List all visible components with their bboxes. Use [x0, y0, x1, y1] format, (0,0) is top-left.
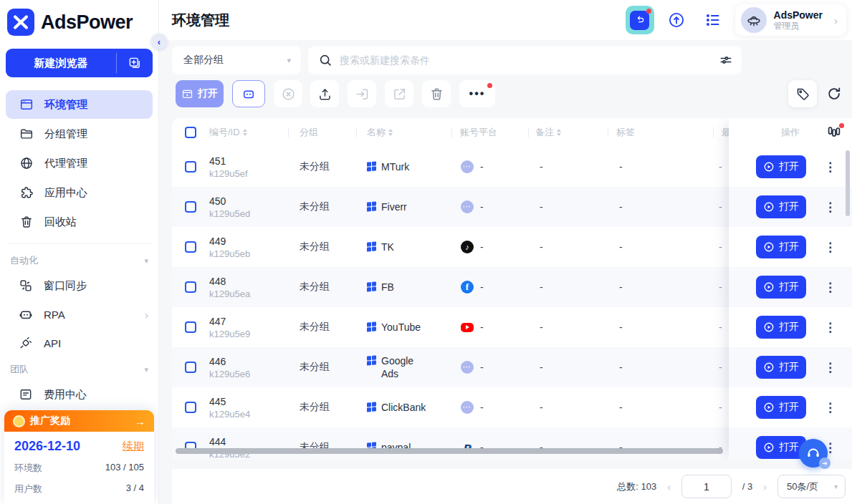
column-settings-icon[interactable]: [825, 124, 843, 141]
new-browser-label: 新建浏览器: [6, 49, 116, 77]
open-profile-button[interactable]: 打开: [756, 236, 806, 258]
open-profile-button[interactable]: 打开: [756, 396, 806, 419]
new-browser-button[interactable]: 新建浏览器: [6, 49, 153, 77]
horizontal-scrollbar[interactable]: [176, 448, 723, 454]
upload-icon: [317, 87, 332, 102]
row-more-icon[interactable]: ⋮: [824, 362, 836, 374]
column-header-group[interactable]: 分组: [288, 118, 356, 147]
row-more-icon[interactable]: ⋮: [824, 161, 836, 173]
row-checkbox[interactable]: [185, 321, 196, 333]
page-size-select[interactable]: 50条/页 ▾: [777, 475, 846, 498]
vertical-scrollbar[interactable]: [846, 150, 850, 216]
profile-group: 未分组: [288, 200, 356, 213]
section-automation[interactable]: 自动化 ▾: [0, 248, 158, 271]
promo-banner[interactable]: 推广奖励 →: [4, 410, 154, 432]
row-checkbox[interactable]: [185, 402, 196, 413]
action-row: 打开 ⋮: [729, 267, 852, 307]
profile-tag: -: [608, 201, 713, 213]
open-profile-button[interactable]: 打开: [756, 316, 806, 339]
page-number-input[interactable]: [681, 475, 732, 498]
row-more-icon[interactable]: ⋮: [824, 321, 836, 334]
profile-name: Fiverr: [381, 200, 407, 213]
sidebar-item-proxies[interactable]: 代理管理: [6, 149, 153, 178]
sidebar-item-environment[interactable]: 环境管理: [6, 90, 153, 119]
sidebar: AdsPower 新建浏览器 环境管理 分组管理 代理管理 应用中心 回收站: [0, 0, 159, 504]
notification-dot: [839, 123, 844, 128]
row-checkbox[interactable]: [185, 161, 196, 173]
bulk-close-button[interactable]: [274, 80, 302, 107]
row-more-icon[interactable]: ⋮: [824, 402, 836, 414]
support-button[interactable]: ➜: [799, 439, 828, 467]
section-team[interactable]: 团队 ▾: [0, 357, 158, 380]
sidebar-divider: [7, 243, 151, 244]
browser-play-icon: [763, 362, 775, 373]
sidebar-item-recycle-bin[interactable]: 回收站: [6, 208, 153, 236]
windows-icon: [367, 321, 376, 331]
select-all-checkbox[interactable]: [185, 127, 196, 138]
sidebar-item-apps[interactable]: 应用中心: [6, 178, 153, 207]
search-input[interactable]: [340, 54, 712, 66]
row-checkbox[interactable]: [185, 362, 196, 373]
sidebar-collapse-button[interactable]: ‹: [151, 34, 167, 49]
profile-note: -: [528, 402, 608, 413]
row-checkbox[interactable]: [185, 241, 196, 253]
sort-icon[interactable]: [243, 129, 247, 136]
bulk-share-button[interactable]: [385, 80, 413, 107]
profile-name: FB: [381, 281, 394, 294]
profile-code: k129u5ea: [209, 288, 288, 300]
row-more-icon[interactable]: ⋮: [824, 241, 836, 253]
bulk-open-button[interactable]: 打开: [176, 80, 224, 107]
sync-icon[interactable]: [662, 6, 691, 34]
profile-name: MTurk: [381, 160, 409, 173]
prev-page-icon[interactable]: ‹: [667, 481, 671, 493]
batch-create-icon[interactable]: [117, 49, 153, 77]
windows-icon: [367, 281, 376, 291]
column-header-note[interactable]: 备注: [528, 118, 608, 147]
sidebar-nav: 环境管理 分组管理 代理管理 应用中心 回收站: [0, 82, 158, 236]
column-header-platform[interactable]: 账号平台: [451, 118, 528, 147]
open-profile-button[interactable]: 打开: [756, 276, 806, 299]
open-profile-button[interactable]: 打开: [756, 155, 806, 178]
bulk-rpa-button[interactable]: [232, 80, 265, 107]
row-more-icon[interactable]: ⋮: [824, 201, 836, 213]
bulk-export-button[interactable]: [310, 80, 339, 107]
column-header-name[interactable]: 名称: [356, 118, 451, 147]
row-checkbox[interactable]: [185, 281, 196, 293]
open-profile-button[interactable]: 打开: [756, 195, 806, 218]
platform-value: -: [480, 201, 484, 213]
stat-value: 3 / 4: [126, 483, 144, 495]
row-checkbox[interactable]: [185, 201, 196, 213]
plan-card: 推广奖励 → 2026-12-10 续期 环境数 103 / 105 用户数 3…: [4, 410, 154, 504]
profile-code: k129u5ed: [209, 208, 288, 220]
column-header-tag[interactable]: 标签: [608, 118, 713, 147]
profile-note: -: [528, 281, 608, 293]
arrow-right-icon: →: [135, 415, 145, 427]
row-more-icon[interactable]: ⋮: [824, 281, 836, 294]
sort-icon[interactable]: [388, 129, 393, 136]
next-page-icon[interactable]: ›: [763, 481, 767, 493]
renew-link[interactable]: 续期: [123, 440, 144, 453]
column-header-id[interactable]: 编号/ID: [209, 118, 288, 147]
bulk-import-button[interactable]: [348, 80, 376, 107]
client-app-icon[interactable]: [626, 6, 654, 34]
tiktok-icon: ♪: [461, 241, 474, 253]
bulk-delete-button[interactable]: [422, 80, 451, 107]
sidebar-item-window-sync[interactable]: 窗口同步: [0, 271, 158, 300]
sidebar-item-billing[interactable]: 费用中心: [0, 380, 158, 409]
group-filter-select[interactable]: 全部分组 ▾: [172, 46, 301, 74]
sidebar-item-api[interactable]: API: [0, 329, 158, 357]
bulk-more-button[interactable]: •••: [459, 80, 495, 107]
sort-icon[interactable]: [557, 129, 561, 136]
account-menu[interactable]: AdsPower 管理员 ›: [735, 4, 846, 36]
sidebar-item-groups[interactable]: 分组管理: [6, 120, 153, 148]
task-list-icon[interactable]: [699, 6, 727, 34]
tag-manage-button[interactable]: [788, 80, 817, 107]
open-profile-button[interactable]: 打开: [756, 356, 806, 379]
filter-sliders-icon[interactable]: [719, 53, 733, 67]
refresh-button[interactable]: [821, 80, 847, 107]
platform-value: -: [480, 321, 484, 333]
platform-value: -: [480, 241, 484, 253]
profile-id: 447: [209, 315, 288, 328]
sidebar-item-rpa[interactable]: RPA ›: [0, 300, 158, 329]
profile-note: -: [528, 201, 608, 213]
